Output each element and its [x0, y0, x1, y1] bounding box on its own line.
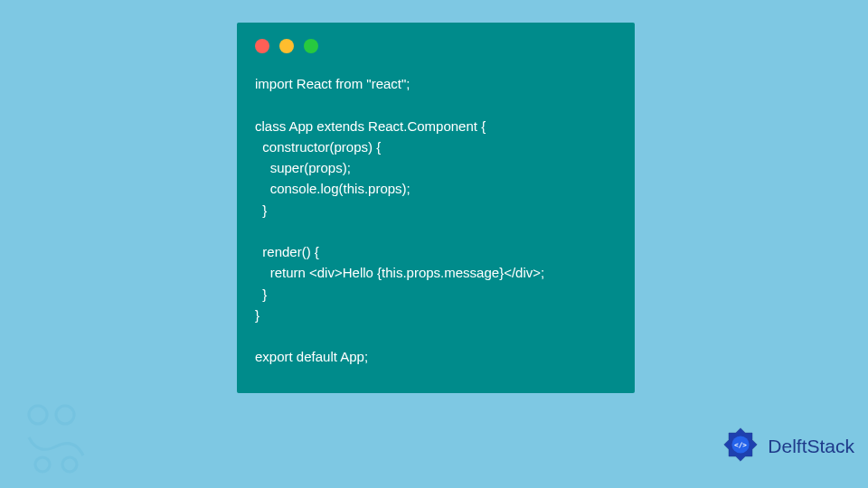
maximize-icon[interactable] — [304, 39, 318, 53]
background-decoration-icon — [11, 392, 101, 486]
code-line: super(props); — [255, 160, 351, 175]
svg-point-1 — [56, 406, 74, 424]
svg-text:</>: </> — [734, 441, 747, 449]
code-content: import React from "react"; class App ext… — [255, 73, 617, 368]
code-line: console.log(this.props); — [255, 181, 410, 196]
code-line: constructor(props) { — [255, 139, 381, 155]
code-window: import React from "react"; class App ext… — [237, 23, 635, 393]
brand-name: DelftStack — [768, 436, 854, 457]
svg-point-3 — [62, 457, 77, 472]
code-line: class App extends React.Component { — [255, 118, 486, 134]
close-icon[interactable] — [255, 39, 269, 53]
brand-logo: </> DelftStack — [719, 423, 854, 470]
svg-point-0 — [29, 406, 47, 424]
window-controls — [255, 39, 617, 53]
code-line: return <div>Hello {this.props.message}</… — [255, 265, 544, 280]
code-line: } — [255, 202, 267, 218]
minimize-icon[interactable] — [279, 39, 294, 53]
code-line: export default App; — [255, 349, 368, 364]
code-line: } — [255, 307, 259, 323]
brand-icon: </> — [719, 423, 762, 470]
code-line: import React from "react"; — [255, 76, 410, 91]
svg-point-2 — [35, 457, 50, 472]
code-line: } — [255, 286, 267, 302]
code-line: render() { — [255, 244, 319, 259]
